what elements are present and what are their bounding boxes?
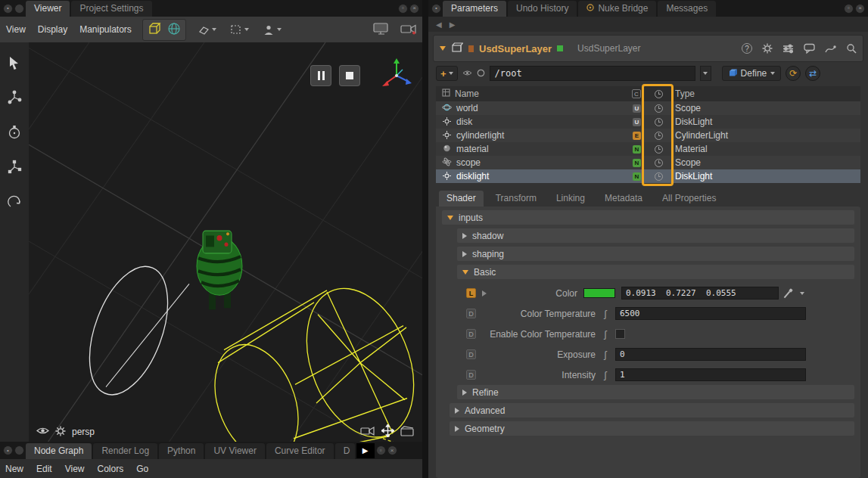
camera-name-label[interactable]: persp (72, 427, 95, 437)
pane-menu-button[interactable]: • (3, 4, 13, 14)
add-prim-button[interactable]: + (436, 66, 458, 81)
select-tool-icon[interactable] (6, 54, 23, 74)
tab-shader[interactable]: Shader (439, 191, 484, 206)
monitor-output-icon[interactable] (372, 22, 390, 38)
menu-go[interactable]: Go (136, 464, 148, 474)
float-pane-icon[interactable]: ▫ (376, 445, 386, 455)
section-shadow[interactable]: shadow (457, 228, 854, 243)
scenegraph-row-world[interactable]: world U Scope (436, 101, 860, 115)
menu-manipulators[interactable]: Manipulators (78, 23, 133, 36)
menu-view[interactable]: View (65, 464, 85, 474)
sliders-icon[interactable] (782, 44, 794, 54)
tab-messages[interactable]: Messages (658, 1, 716, 17)
settings-gear-icon[interactable] (762, 43, 773, 54)
menu-new[interactable]: New (5, 464, 23, 474)
translate-tool-icon[interactable] (6, 89, 23, 109)
pane-divider[interactable] (422, 0, 428, 478)
scenegraph-row-cylinderlight[interactable]: cylinderlight E CylinderLight (436, 129, 860, 142)
tab-uv-viewer[interactable]: UV Viewer (205, 443, 264, 459)
node-name[interactable]: UsdSuperLayer (479, 43, 552, 54)
float-pane-icon[interactable]: ▫ (844, 4, 854, 14)
menu-view[interactable]: View (5, 23, 27, 36)
pause-button[interactable] (310, 65, 331, 86)
target-circle-icon[interactable] (477, 69, 485, 79)
scale-tool-icon[interactable] (6, 159, 23, 178)
animation-clock-icon[interactable] (655, 90, 663, 98)
rotate-view-tool-icon[interactable] (6, 194, 23, 213)
pan-zoom-icon[interactable] (381, 424, 394, 439)
visibility-eye-icon[interactable] (36, 427, 49, 437)
intensity-input[interactable] (615, 368, 806, 381)
comment-bubble-icon[interactable] (804, 43, 815, 54)
define-dropdown[interactable]: Define (722, 66, 782, 81)
viewport-canvas[interactable]: persp (29, 42, 422, 442)
history-forward-icon[interactable]: ▶ (450, 20, 456, 29)
scenegraph-row-disklight[interactable]: disklight N DiskLight (436, 169, 860, 183)
tab-undo-history[interactable]: Undo History (508, 1, 577, 17)
axis-gizmo[interactable] (378, 56, 415, 95)
expand-param-icon[interactable] (482, 290, 487, 296)
type-column-header[interactable]: Type (670, 88, 860, 99)
animation-clock-icon[interactable] (655, 159, 663, 167)
column-toggle-c[interactable]: C (632, 89, 641, 98)
pane-menu-button[interactable]: • (431, 4, 441, 14)
color-values-input[interactable] (621, 287, 779, 300)
collapse-node-icon[interactable] (440, 46, 446, 51)
menu-colors[interactable]: Colors (98, 464, 124, 474)
pane-menu-button[interactable]: • (3, 445, 13, 455)
visibility-eye-icon[interactable] (462, 69, 472, 78)
time-samples-icon[interactable]: ʃ (602, 349, 609, 360)
tab-scroll-right-button[interactable]: ▶ (356, 443, 375, 458)
color-swatch[interactable] (583, 288, 615, 298)
default-value-badge[interactable]: D (466, 349, 476, 359)
snap-mode-dropdown[interactable] (195, 23, 219, 36)
chevron-down-icon[interactable] (800, 292, 804, 295)
default-value-badge[interactable]: D (466, 329, 476, 339)
prim-path-input[interactable] (490, 66, 695, 81)
section-shaping[interactable]: shaping (457, 247, 854, 261)
color-temperature-input[interactable] (615, 307, 806, 320)
animation-clock-icon[interactable] (655, 118, 663, 126)
pane-layout-button[interactable] (14, 4, 24, 14)
pane-layout-button[interactable] (14, 445, 24, 455)
menu-edit[interactable]: Edit (36, 464, 52, 474)
eyedropper-icon[interactable] (785, 289, 794, 298)
tab-project-settings[interactable]: Project Settings (71, 1, 151, 17)
tab-nuke-bridge[interactable]: Nuke Bridge (578, 1, 656, 17)
section-basic[interactable]: Basic (457, 265, 854, 279)
exposure-input[interactable] (615, 348, 806, 361)
close-pane-icon[interactable]: × (409, 4, 419, 14)
default-value-badge[interactable]: D (466, 370, 476, 380)
history-back-icon[interactable]: ◀ (436, 20, 442, 29)
tab-transform[interactable]: Transform (488, 191, 544, 206)
local-value-badge[interactable]: L (466, 288, 476, 298)
capture-camera-icon[interactable] (400, 22, 418, 38)
stop-button[interactable] (339, 65, 360, 86)
section-advanced[interactable]: Advanced (450, 403, 854, 417)
solid-cube-icon[interactable] (147, 21, 162, 39)
animation-clock-icon[interactable] (655, 132, 663, 140)
transfer-arrows-button[interactable]: ⇄ (805, 66, 820, 81)
menu-display[interactable]: Display (36, 23, 69, 36)
default-value-badge[interactable]: D (466, 309, 476, 318)
camera-settings-gear-icon[interactable] (55, 426, 66, 439)
close-pane-icon[interactable]: × (855, 4, 865, 14)
path-dropdown-button[interactable] (700, 66, 711, 81)
tab-render-log[interactable]: Render Log (93, 443, 157, 459)
section-geometry[interactable]: Geometry (450, 421, 854, 436)
tab-linking[interactable]: Linking (549, 191, 593, 206)
tab-python[interactable]: Python (159, 443, 204, 459)
float-pane-icon[interactable]: ▫ (398, 4, 408, 14)
animation-clock-icon[interactable] (655, 172, 663, 181)
help-icon[interactable]: ? (742, 43, 752, 54)
section-inputs[interactable]: inputs (442, 210, 854, 225)
tab-node-graph[interactable]: Node Graph (26, 443, 92, 459)
scenegraph-row-disk[interactable]: disk U DiskLight (436, 115, 860, 129)
expression-link-icon[interactable] (825, 44, 836, 54)
section-refine[interactable]: Refine (457, 385, 854, 399)
tab-all-properties[interactable]: All Properties (655, 191, 723, 206)
close-pane-icon[interactable]: × (387, 445, 397, 455)
time-samples-icon[interactable]: ʃ (602, 369, 609, 380)
animation-clock-icon[interactable] (655, 145, 663, 154)
time-samples-icon[interactable]: ʃ (602, 328, 609, 340)
